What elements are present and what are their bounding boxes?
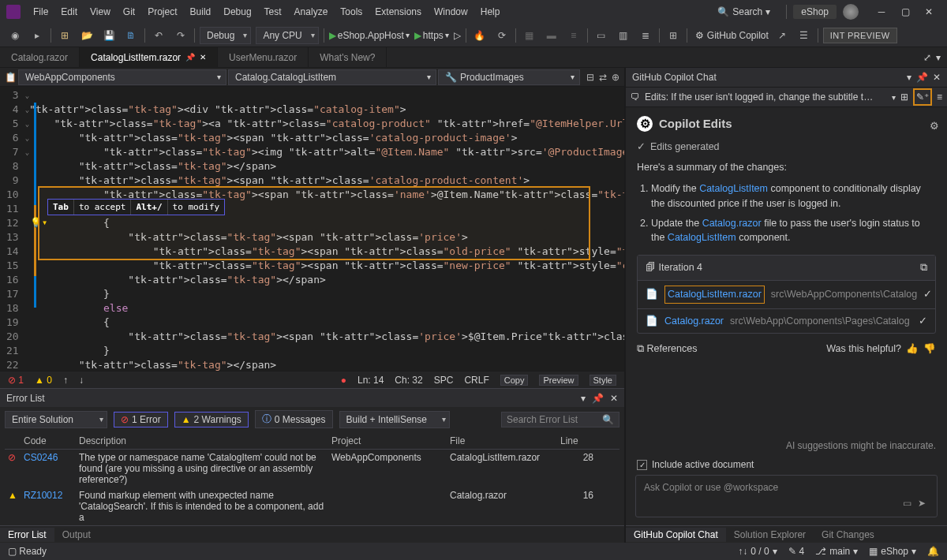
panel-close-icon[interactable]: ✕ xyxy=(933,72,941,83)
scope-dropdown[interactable]: Entire Solution xyxy=(5,411,107,428)
thumbs-down-icon[interactable]: 👎 xyxy=(923,342,936,357)
preview-chip[interactable]: Preview xyxy=(539,375,578,386)
menu-view[interactable]: View xyxy=(84,3,117,21)
branch-indicator[interactable]: ⎇ main ▾ xyxy=(815,546,858,557)
menu-build[interactable]: Build xyxy=(184,3,218,21)
notif-icon[interactable]: ☰ xyxy=(795,27,813,44)
references-row[interactable]: ⧉ References xyxy=(637,342,697,357)
edits-dropdown-icon[interactable]: ▾ xyxy=(892,93,896,102)
ln-label[interactable]: Ln: 14 xyxy=(357,375,384,386)
toggle-icon-3[interactable]: ≡ xyxy=(565,27,582,44)
gear-icon[interactable]: ⚙ xyxy=(930,118,939,134)
save-all-icon[interactable]: 🗎 xyxy=(122,27,140,44)
tab-copilot-chat[interactable]: GitHub Copilot Chat xyxy=(626,528,726,542)
build-filter-dropdown[interactable]: Build + IntelliSense xyxy=(339,411,450,428)
undo-icon[interactable]: ↶ xyxy=(150,27,167,44)
panel-close-icon[interactable]: ✕ xyxy=(610,393,618,404)
play-nodebug-icon[interactable]: ▶ xyxy=(414,30,421,41)
layout-icon-2[interactable]: ▥ xyxy=(615,27,632,44)
messages-filter-button[interactable]: ⓘ0 Messages xyxy=(255,410,333,428)
extensions-icon[interactable]: ⊞ xyxy=(664,27,682,44)
layout-icon-1[interactable]: ▭ xyxy=(593,27,610,44)
menu-analyze[interactable]: Analyze xyxy=(288,3,335,21)
repo-indicator[interactable]: ▦ eShop ▾ xyxy=(869,546,916,557)
layout-icon-3[interactable]: ≣ xyxy=(637,27,654,44)
status-warnings[interactable]: ▲ 0 xyxy=(35,375,52,386)
copy-icon[interactable]: ⧉ xyxy=(920,260,927,275)
errors-filter-button[interactable]: ⊘1 Error xyxy=(114,412,168,427)
edits-label[interactable]: Edits: If the user isn't logged in, chan… xyxy=(645,91,887,103)
user-avatar[interactable] xyxy=(843,4,859,20)
lightbulb-icon[interactable]: 💡▾ xyxy=(30,217,47,228)
run-target[interactable]: https xyxy=(423,30,444,41)
menu-help[interactable]: Help xyxy=(474,3,507,21)
feedback-icon[interactable]: ↗ xyxy=(773,27,791,44)
startup-label[interactable]: eShop.AppHost xyxy=(338,30,404,41)
panel-dropdown-icon[interactable]: ▾ xyxy=(581,393,586,404)
tab-solution-explorer[interactable]: Solution Explorer xyxy=(726,528,814,542)
nav-fwd-icon[interactable]: ▸ xyxy=(28,27,46,44)
maximize-button[interactable]: ▢ xyxy=(893,3,917,21)
document-tab[interactable]: What's New? xyxy=(309,47,387,67)
title-search[interactable]: 🔍 Search ▾ xyxy=(717,6,770,17)
panel-icon-3[interactable]: ≡ xyxy=(937,91,942,103)
bottom-tab-output[interactable]: Output xyxy=(54,528,99,542)
nav-status[interactable]: ↑↓ 0 / 0 ▾ xyxy=(738,546,777,557)
menu-file[interactable]: File xyxy=(27,3,54,21)
status-errors[interactable]: ⊘ 1 xyxy=(8,375,24,386)
breadcrumb-member[interactable]: 🔧 ProductImages xyxy=(438,69,580,85)
github-copilot-toolbar[interactable]: ⚙ GitHub Copilot xyxy=(695,30,769,41)
close-button[interactable]: ✕ xyxy=(917,3,941,21)
iteration-file[interactable]: 📄 CatalogListItem.razor src\WebAppCompon… xyxy=(638,280,935,308)
menu-window[interactable]: Window xyxy=(428,3,474,21)
toggle-icon-2[interactable]: ▬ xyxy=(543,27,560,44)
config-dropdown[interactable]: Debug xyxy=(200,27,251,44)
menu-edit[interactable]: Edit xyxy=(54,3,84,21)
open-icon[interactable]: 📂 xyxy=(78,27,95,44)
crlf-label[interactable]: CRLF xyxy=(464,375,488,386)
split-icon[interactable]: ⊟ xyxy=(586,72,594,83)
error-search-input[interactable]: Search Error List🔍 xyxy=(501,412,619,427)
style-chip[interactable]: Style xyxy=(590,375,616,386)
iteration-file[interactable]: 📄 Catalog.razor src\WebApp\Components\Pa… xyxy=(638,308,935,334)
tab-dropdown-icon[interactable]: ▾ xyxy=(936,52,941,63)
menu-project[interactable]: Project xyxy=(141,3,183,21)
expand-icon[interactable]: ⊕ xyxy=(612,72,619,83)
toggle-icon-1[interactable]: ▦ xyxy=(521,27,538,44)
play-icon[interactable]: ▶ xyxy=(329,30,336,41)
menu-debug[interactable]: Debug xyxy=(217,3,257,21)
error-row[interactable]: ▲RZ10012Found markup element with unexpe… xyxy=(5,487,619,525)
panel-icon-1[interactable]: ⊞ xyxy=(900,91,908,103)
attach-icon[interactable]: ▭ xyxy=(903,498,911,509)
platform-dropdown[interactable]: Any CPU xyxy=(256,27,318,44)
spc-label[interactable]: SPC xyxy=(434,375,454,386)
menu-extensions[interactable]: Extensions xyxy=(369,3,428,21)
restart-icon[interactable]: ⟳ xyxy=(493,27,511,44)
ch-label[interactable]: Ch: 32 xyxy=(395,375,422,386)
pending-changes[interactable]: ✎ 4 xyxy=(788,546,805,557)
breadcrumb-project[interactable]: WebAppComponents xyxy=(18,69,226,85)
new-edit-session-button[interactable]: ✎⁺ xyxy=(913,88,932,106)
copilot-prompt-input[interactable]: Ask Copilot or use @workspace ▭ ➤ xyxy=(635,475,938,517)
menu-git[interactable]: Git xyxy=(117,3,141,21)
error-row[interactable]: ⊘CS0246The type or namespace name 'Catal… xyxy=(5,450,619,487)
copy-chip[interactable]: Copy xyxy=(500,375,529,386)
solution-name[interactable]: eShop xyxy=(793,5,837,19)
thumbs-up-icon[interactable]: 👍 xyxy=(906,342,919,357)
redo-icon[interactable]: ↷ xyxy=(172,27,189,44)
panel-dropdown-icon[interactable]: ▾ xyxy=(907,72,911,83)
menu-tools[interactable]: Tools xyxy=(334,3,369,21)
menu-test[interactable]: Test xyxy=(258,3,288,21)
tab-git-changes[interactable]: Git Changes xyxy=(814,528,882,542)
inline-suggestion-hint[interactable]: Tab to accept Alt+/ to modify xyxy=(47,199,225,215)
tab-overflow-icon[interactable]: ⤢ xyxy=(923,52,931,63)
minimize-button[interactable]: ─ xyxy=(870,3,893,21)
panel-pin-icon[interactable]: 📌 xyxy=(916,72,928,83)
new-project-icon[interactable]: ⊞ xyxy=(56,27,73,44)
nav-down-icon[interactable]: ↓ xyxy=(79,375,84,386)
notifications-icon[interactable]: 🔔 xyxy=(927,546,939,557)
code-editor[interactable]: 345678910111213141516171819202122232425 … xyxy=(0,87,624,371)
nav-up-icon[interactable]: ↑ xyxy=(63,375,68,386)
save-icon[interactable]: 💾 xyxy=(100,27,118,44)
document-tab[interactable]: Catalog.razor xyxy=(0,47,80,67)
